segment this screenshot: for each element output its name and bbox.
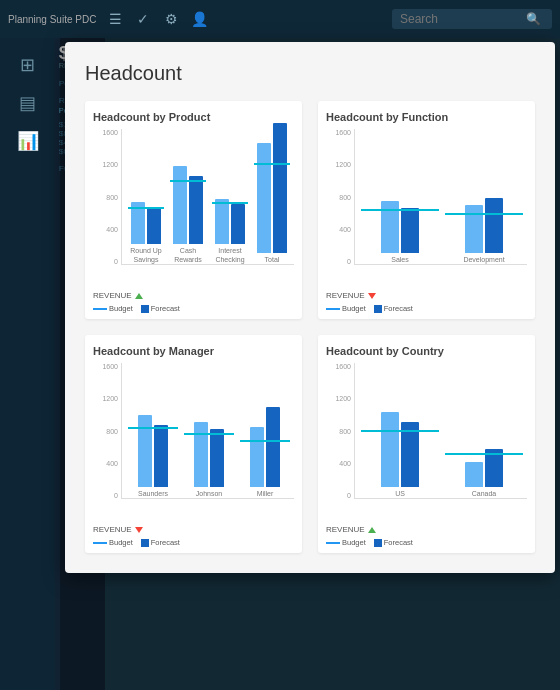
chart-product-area: 0 400 800 1200 1600 [93, 129, 294, 289]
legend-box-forecast [141, 305, 149, 313]
chart-by-product: Headcount by Product 0 400 800 1200 1600 [85, 101, 302, 319]
arrow-up-country [368, 527, 376, 533]
line-saunders [128, 427, 178, 429]
legend-line-budget [93, 308, 107, 310]
chart-by-function: Headcount by Function 0 400 800 1200 160… [318, 101, 535, 319]
bar-total-light [257, 143, 271, 253]
line-canada [445, 453, 523, 455]
y-axis-country: 0 400 800 1200 1600 [326, 363, 354, 499]
label-interest: InterestChecking [215, 247, 244, 264]
line-cash [170, 180, 206, 182]
bar-johnson-light [194, 422, 208, 487]
revenue-tag-product: REVENUE [93, 291, 294, 300]
line-dev [445, 213, 523, 215]
arrow-down-manager [135, 527, 143, 533]
gear-icon[interactable]: ⚙ [162, 10, 180, 28]
search-bar[interactable]: 🔍 [392, 9, 552, 29]
label-miller: Miller [257, 490, 274, 498]
bar-group-miller: Miller [240, 407, 290, 498]
y-axis-product: 0 400 800 1200 1600 [93, 129, 121, 265]
legend-box-forecast-mg [141, 539, 149, 547]
chart-product-title: Headcount by Product [93, 111, 294, 123]
bar-group-johnson: Johnson [184, 422, 234, 498]
check-icon[interactable]: ✓ [134, 10, 152, 28]
line-sales [361, 209, 439, 211]
bar-group-interest: InterestChecking [212, 199, 248, 264]
bar-miller-light [250, 427, 264, 487]
legend-country: Budget Forecast [326, 538, 527, 547]
legend-function: Budget Forecast [326, 304, 527, 313]
bar-cash-dark [189, 176, 203, 244]
line-johnson [184, 433, 234, 435]
user-icon[interactable]: 👤 [190, 10, 208, 28]
line-miller [240, 440, 290, 442]
bar-johnson-dark [210, 429, 224, 487]
line-interest [212, 202, 248, 204]
revenue-tag-function: REVENUE [326, 291, 527, 300]
chart-country-title: Headcount by Country [326, 345, 527, 357]
bar-group-sales: Sales [361, 201, 439, 264]
bar-roundup-dark [147, 208, 161, 244]
left-sidebar: ⊞ ▤ 📊 [0, 38, 55, 690]
chart-by-manager: Headcount by Manager 0 400 800 1200 1600 [85, 335, 302, 553]
chart-country-inner: US Canada [354, 363, 527, 499]
y-axis-function: 0 400 800 1200 1600 [326, 129, 354, 265]
revenue-tag-manager: REVENUE [93, 525, 294, 534]
legend-box-forecast-ct [374, 539, 382, 547]
search-input[interactable] [400, 12, 520, 26]
label-sales: Sales [391, 256, 409, 264]
chart-function-title: Headcount by Function [326, 111, 527, 123]
label-us: US [395, 490, 405, 498]
top-nav: Planning Suite PDC ☰ ✓ ⚙ 👤 🔍 [0, 0, 560, 38]
label-johnson: Johnson [196, 490, 222, 498]
bar-group-saunders: Saunders [128, 415, 178, 498]
chart-function-inner: Sales Development [354, 129, 527, 265]
bar-group-total: Total [254, 123, 290, 264]
sidebar-icon-report[interactable]: ▤ [0, 84, 55, 122]
y-axis-manager: 0 400 800 1200 1600 [93, 363, 121, 499]
bar-group-roundup: Round UpSavings [128, 202, 164, 264]
sidebar-icon-chart[interactable]: 📊 [0, 122, 55, 160]
legend-box-forecast-fn [374, 305, 382, 313]
charts-grid: Headcount by Product 0 400 800 1200 1600 [85, 101, 535, 553]
menu-icon[interactable]: ☰ [106, 10, 124, 28]
nav-icons: ☰ ✓ ⚙ 👤 [106, 10, 208, 28]
bar-total-dark [273, 123, 287, 253]
legend-line-budget-ct [326, 542, 340, 544]
chart-by-country: Headcount by Country 0 400 800 1200 1600 [318, 335, 535, 553]
chart-function-area: 0 400 800 1200 1600 [326, 129, 527, 289]
bar-cash-light [173, 166, 187, 244]
chart-product-inner: Round UpSavings CashRewards [121, 129, 294, 265]
chart-manager-area: 0 400 800 1200 1600 [93, 363, 294, 523]
bar-miller-dark [266, 407, 280, 487]
legend-product: Budget Forecast [93, 304, 294, 313]
legend-line-budget-fn [326, 308, 340, 310]
bar-interest-light [215, 199, 229, 244]
label-dev: Development [463, 256, 504, 264]
sidebar-icon-home[interactable]: ⊞ [0, 46, 55, 84]
modal: Headcount Headcount by Product 0 400 800… [65, 42, 555, 573]
modal-title: Headcount [85, 62, 535, 85]
arrow-up-product [135, 293, 143, 299]
bar-saunders-dark [154, 425, 168, 487]
line-roundup [128, 207, 164, 209]
bar-canada-light [465, 462, 483, 487]
line-total [254, 163, 290, 165]
line-us [361, 430, 439, 432]
legend-manager: Budget Forecast [93, 538, 294, 547]
bar-us-light [381, 412, 399, 487]
legend-line-budget-mg [93, 542, 107, 544]
modal-overlay: Headcount Headcount by Product 0 400 800… [60, 38, 560, 690]
app-title: Planning Suite PDC [8, 14, 96, 25]
arrow-down-function [368, 293, 376, 299]
bar-group-us: US [361, 412, 439, 498]
bar-group-canada: Canada [445, 449, 523, 498]
bar-interest-dark [231, 204, 245, 244]
label-roundup: Round UpSavings [130, 247, 162, 264]
bar-dev-dark [485, 198, 503, 253]
label-total: Total [265, 256, 280, 264]
bar-group-cash: CashRewards [170, 166, 206, 264]
search-icon: 🔍 [526, 12, 541, 26]
bar-saunders-light [138, 415, 152, 487]
bar-sales-dark [401, 208, 419, 253]
